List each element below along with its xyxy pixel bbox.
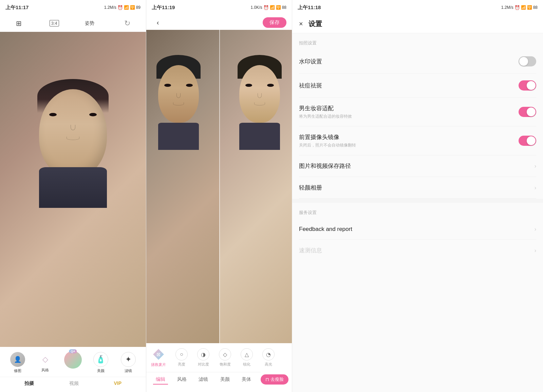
- bottom-controls: 👤 修图 ◇ 风格 QA 🧴 美颜 ✦ 滤镜 拍摄: [0, 347, 146, 392]
- save-button[interactable]: 保存: [263, 17, 286, 28]
- tool-contrast[interactable]: ◑ 对比度: [192, 346, 214, 369]
- male-makeup-toggle[interactable]: [519, 107, 536, 117]
- pose-button[interactable]: 姿势: [83, 17, 96, 30]
- tab-capture[interactable]: 拍摄: [24, 380, 34, 387]
- slim-face-button[interactable]: ⊓ 去瘦脸: [261, 374, 288, 385]
- tool-saturation[interactable]: ◇ 饱和度: [214, 346, 236, 369]
- beauty-icon-item[interactable]: 🧴 美颜: [92, 352, 109, 373]
- face-silhouette: [25, 79, 120, 208]
- edit-panel: 上午11:19 1.0K/s ⏰ 📶 🛜 88 ‹ 保存: [146, 0, 292, 392]
- beauty-label: 美颜: [97, 368, 105, 373]
- tool-sharpen[interactable]: △ 锐化: [236, 346, 258, 369]
- battery-1: 89: [136, 5, 141, 10]
- tool-rescue[interactable]: ⊠ 拯救废片: [146, 346, 171, 369]
- wifi-icon-3: 🛜: [527, 5, 532, 10]
- mirror-toggle-knob: [527, 136, 536, 145]
- save-path-row-left: 图片和视频保存路径: [299, 162, 351, 170]
- extra-row[interactable]: 速测信息 ›: [299, 240, 536, 261]
- watermark-title: 水印设置: [299, 58, 322, 65]
- speed-3: 1.2M/s: [501, 5, 513, 10]
- right-eye-r: [267, 84, 274, 87]
- save-path-row[interactable]: 图片和视频保存路径 ›: [299, 155, 536, 177]
- eye-left-1: [49, 113, 57, 116]
- avatar-icon: 👤: [10, 352, 25, 367]
- tab-body[interactable]: 美体: [239, 375, 254, 385]
- male-makeup-row-left: 男生妆容适配 将为男生适配合适的妆容特效: [299, 104, 352, 119]
- mirror-row[interactable]: 前置摄像头镜像 关闭后，照片不会自动镜像翻转: [299, 126, 536, 155]
- service-settings-label: 服务设置: [299, 203, 536, 219]
- watermark-row[interactable]: 水印设置: [299, 50, 536, 74]
- tab-filter[interactable]: 滤镜: [196, 375, 211, 385]
- feedback-chevron-icon: ›: [535, 226, 536, 232]
- qa-badge: QA: [69, 349, 77, 353]
- style-label: 风格: [41, 368, 49, 373]
- menu-icon[interactable]: ⊞: [12, 17, 25, 30]
- settings-header: × 设置: [292, 15, 543, 33]
- blemish-row[interactable]: 祛痘祛斑: [299, 74, 536, 98]
- mirror-title: 前置摄像头镜像: [299, 133, 356, 141]
- watermark-row-left: 水印设置: [299, 58, 322, 65]
- mirror-toggle[interactable]: [519, 136, 536, 146]
- brightness-label: 亮度: [178, 362, 185, 367]
- edit-icon-item[interactable]: 👤 修图: [9, 352, 26, 373]
- watermark-toggle[interactable]: [519, 56, 536, 66]
- male-makeup-row[interactable]: 男生妆容适配 将为男生适配合适的妆容特效: [299, 98, 536, 126]
- filter-icon: ✦: [121, 352, 136, 367]
- gradient-circle: QA: [64, 351, 82, 369]
- male-makeup-subtitle: 将为男生适配合适的妆容特效: [299, 114, 352, 119]
- mouth-1: [67, 137, 79, 140]
- feedback-row-left: Feedback and report: [299, 226, 352, 233]
- bottom-spacing: [146, 387, 292, 392]
- gradient-icon-item[interactable]: QA: [64, 351, 82, 374]
- clock-icon-3: ⏰: [514, 5, 520, 10]
- ratio-button[interactable]: 3:4: [50, 20, 59, 26]
- style-icon-item[interactable]: ◇ 风格: [37, 353, 54, 373]
- speed-2: 1.0K/s: [251, 5, 262, 10]
- refresh-icon[interactable]: ↻: [120, 17, 134, 30]
- mirror-subtitle: 关闭后，照片不会自动镜像翻转: [299, 142, 356, 148]
- signal-icon-1: 📶: [124, 5, 129, 10]
- tab-video[interactable]: 视频: [69, 380, 79, 387]
- edit-tools-row: ⊠ 拯救废片 ○ 亮度 ◑ 对比度 ◇ 饱和度 △ 锐化 ◔ 高光: [146, 343, 292, 371]
- blemish-title: 祛痘祛斑: [299, 82, 322, 90]
- edit-bottom-controls: ⊠ 拯救废片 ○ 亮度 ◑ 对比度 ◇ 饱和度 △ 锐化 ◔ 高光: [146, 343, 292, 392]
- blemish-row-left: 祛痘祛斑: [299, 82, 322, 90]
- signal-icon-3: 📶: [521, 5, 526, 10]
- eye-right-1: [89, 113, 97, 116]
- face-photo-bg: [0, 32, 146, 347]
- clock-icon-2: ⏰: [263, 5, 269, 10]
- blemish-toggle[interactable]: [519, 80, 536, 91]
- extra-chevron-icon: ›: [535, 248, 536, 254]
- tab-vip[interactable]: VIP: [114, 380, 121, 387]
- after-photo: [219, 30, 292, 343]
- signal-icon-2: 📶: [270, 5, 275, 10]
- camera-toolbar: ⊞ 3:4 姿势 ↻: [0, 15, 146, 32]
- feedback-row[interactable]: Feedback and report ›: [299, 219, 536, 240]
- left-clothing: [158, 123, 199, 150]
- status-bar-3: 上午11:18 1.2M/s ⏰ 📶 🛜 88: [292, 0, 543, 15]
- compare-divider: [219, 30, 220, 343]
- nose-1: [71, 125, 75, 130]
- face-beauty-icon: 🧴: [93, 352, 108, 367]
- extra-title: 速测信息: [299, 247, 322, 254]
- back-button[interactable]: ‹: [152, 19, 164, 26]
- wifi-icon-2: 🛜: [276, 5, 281, 10]
- edit-nav-tabs: 编辑 风格 滤镜 美颜 美体: [146, 372, 261, 387]
- clothing-1: [39, 167, 107, 208]
- close-button[interactable]: ×: [299, 20, 303, 28]
- camera-preview: [0, 32, 146, 347]
- tool-brightness[interactable]: ○ 亮度: [171, 346, 192, 369]
- rescue-icon-container: ⊠: [152, 348, 165, 361]
- tool-highlight[interactable]: ◔ 高光: [258, 346, 279, 369]
- highlight-label: 高光: [265, 362, 272, 367]
- tab-beauty[interactable]: 美颜: [218, 375, 232, 385]
- tab-style[interactable]: 风格: [174, 375, 189, 385]
- watermark-toggle-knob: [519, 57, 528, 66]
- status-bar-2: 上午11:19 1.0K/s ⏰ 📶 🛜 88: [146, 0, 292, 15]
- blemish-toggle-knob: [527, 81, 536, 90]
- album-row[interactable]: 轻颜相册 ›: [299, 177, 536, 199]
- status-bar-1: 上午11:17 1.2M/s ⏰ 📶 🛜 89: [0, 0, 146, 15]
- tab-edit[interactable]: 编辑: [153, 375, 168, 385]
- extra-row-left: 速测信息: [299, 247, 322, 254]
- filter-icon-item[interactable]: ✦ 滤镜: [120, 352, 137, 373]
